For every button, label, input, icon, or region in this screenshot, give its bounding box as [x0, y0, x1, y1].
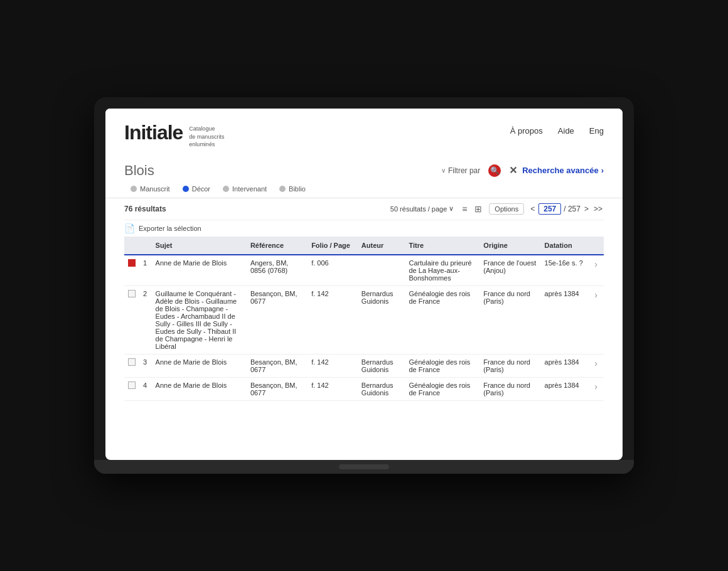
- cell-checkbox: [124, 377, 139, 400]
- search-button[interactable]: 🔍: [485, 161, 504, 180]
- export-selection-button[interactable]: Exporter la sélection: [139, 225, 201, 232]
- cell-arrow[interactable]: ›: [588, 286, 604, 354]
- cell-checkbox: [124, 354, 139, 377]
- clear-search-button[interactable]: ✕: [509, 164, 517, 176]
- th-num: [139, 237, 152, 255]
- nav-lang[interactable]: Eng: [589, 126, 604, 136]
- row-chevron-icon[interactable]: ›: [592, 259, 600, 269]
- cell-num: 2: [139, 286, 152, 354]
- advanced-search-link[interactable]: Recherche avancée ›: [522, 166, 604, 175]
- filter-by-label[interactable]: ∨ Filtrer par: [441, 166, 480, 175]
- results-area: 76 résultats 50 résultats / page ∨ ≡ ⊞ O…: [105, 198, 623, 401]
- table-row[interactable]: 4 Anne de Marie de Blois Besançon, BM, 0…: [124, 377, 604, 400]
- nav-aide[interactable]: Aide: [558, 126, 574, 136]
- options-button[interactable]: Options: [489, 203, 524, 215]
- filter-dot-intervenant: [223, 186, 229, 192]
- checkbox-unchecked[interactable]: [128, 382, 136, 389]
- th-datation: Datation: [541, 237, 589, 255]
- view-icons: ≡ ⊞: [459, 203, 484, 215]
- filter-chevron-icon: ∨: [441, 167, 446, 174]
- row-chevron-icon[interactable]: ›: [592, 382, 600, 392]
- table-row[interactable]: 3 Anne de Marie de Blois Besançon, BM, 0…: [124, 354, 604, 377]
- cell-titre: Généalogie des rois de France: [405, 377, 479, 400]
- pagination: < / 257 > >>: [529, 203, 604, 215]
- cell-auteur: [358, 255, 405, 286]
- list-view-icon[interactable]: ≡: [459, 203, 470, 215]
- cell-sujet: Anne de Marie de Blois: [152, 255, 247, 286]
- logo-subtitle: Catalogue de manuscrits enluminés: [189, 121, 224, 149]
- page-separator: / 257: [564, 205, 581, 213]
- filter-tab-manuscrit[interactable]: Manuscrit: [131, 185, 170, 193]
- table-row[interactable]: 2 Guillaume le Conquérant - Adèle de Blo…: [124, 286, 604, 354]
- search-icon: 🔍: [488, 164, 501, 177]
- cell-reference: Besançon, BM, 0677: [247, 354, 308, 377]
- logo-text: Initiale: [124, 121, 183, 144]
- th-arrow: [588, 237, 604, 255]
- nav-links: À propos Aide Eng: [510, 121, 604, 136]
- row-chevron-icon[interactable]: ›: [592, 358, 600, 368]
- th-folio: Folio / Page: [308, 237, 358, 255]
- search-area: Blois ∨ Filtrer par 🔍 ✕ Recherche avancé…: [105, 155, 623, 198]
- cell-checkbox: [124, 255, 139, 286]
- cell-arrow[interactable]: ›: [588, 255, 604, 286]
- cell-datation: après 1384: [541, 377, 589, 400]
- toolbar-right: 50 résultats / page ∨ ≡ ⊞ Options < / 25…: [390, 203, 604, 215]
- search-title: Blois: [124, 163, 154, 179]
- laptop-base: [94, 460, 634, 474]
- cell-datation: après 1384: [541, 354, 589, 377]
- cell-titre: Généalogie des rois de France: [405, 286, 479, 354]
- table-row[interactable]: 1 Anne de Marie de Blois Angers, BM, 085…: [124, 255, 604, 286]
- cell-auteur: Bernardus Guidonis: [358, 354, 405, 377]
- th-checkbox: [124, 237, 139, 255]
- filter-tab-intervenant[interactable]: Intervenant: [223, 185, 267, 193]
- cell-folio: f. 142: [308, 354, 358, 377]
- cell-reference: Besançon, BM, 0677: [247, 286, 308, 354]
- results-toolbar: 76 résultats 50 résultats / page ∨ ≡ ⊞ O…: [124, 198, 604, 220]
- first-page-button[interactable]: <: [529, 205, 536, 213]
- cell-sujet: Anne de Marie de Blois: [152, 377, 247, 400]
- filter-tab-decor[interactable]: Décor: [183, 185, 210, 193]
- filter-tab-biblio[interactable]: Biblio: [279, 185, 306, 193]
- laptop-frame: Initiale Catalogue de manuscrits enlumin…: [94, 97, 634, 474]
- nav-apropos[interactable]: À propos: [510, 126, 543, 136]
- cell-auteur: Bernardus Guidonis: [358, 377, 405, 400]
- page-input[interactable]: [538, 203, 561, 215]
- cell-arrow[interactable]: ›: [588, 354, 604, 377]
- checkbox-unchecked[interactable]: [128, 290, 136, 297]
- cell-origine: France du nord (Paris): [479, 286, 540, 354]
- filter-dot-biblio: [279, 186, 286, 192]
- laptop-screen: Initiale Catalogue de manuscrits enlumin…: [105, 109, 623, 460]
- cell-origine: France du nord (Paris): [479, 354, 540, 377]
- results-count: 76 résultats: [124, 205, 166, 213]
- filter-dot-decor: [183, 186, 189, 192]
- grid-view-icon[interactable]: ⊞: [473, 203, 484, 215]
- cell-arrow[interactable]: ›: [588, 377, 604, 400]
- export-pdf-icon: 📄: [124, 223, 135, 233]
- per-page-chevron-icon: ∨: [449, 205, 454, 213]
- th-sujet: Sujet: [152, 237, 247, 255]
- cell-datation: après 1384: [541, 286, 589, 354]
- checkbox-unchecked[interactable]: [128, 358, 136, 366]
- last-page-button[interactable]: >>: [592, 205, 604, 213]
- logo-area: Initiale Catalogue de manuscrits enlumin…: [124, 121, 224, 149]
- cell-sujet: Anne de Marie de Blois: [152, 354, 247, 377]
- cell-sujet: Guillaume le Conquérant - Adèle de Blois…: [152, 286, 247, 354]
- cell-num: 4: [139, 377, 152, 400]
- th-origine: Origine: [479, 237, 540, 255]
- row-chevron-icon[interactable]: ›: [592, 290, 600, 300]
- next-page-button[interactable]: >: [583, 205, 590, 213]
- header: Initiale Catalogue de manuscrits enlumin…: [105, 109, 623, 155]
- filter-tabs: Manuscrit Décor Intervenant Biblio: [124, 185, 604, 198]
- cell-reference: Angers, BM, 0856 (0768): [247, 255, 308, 286]
- laptop-notch: [339, 464, 389, 469]
- checkbox-checked-red[interactable]: [128, 259, 136, 267]
- advanced-search-chevron-icon: ›: [601, 166, 604, 175]
- cell-folio: f. 142: [308, 377, 358, 400]
- cell-reference: Besançon, BM, 0677: [247, 377, 308, 400]
- cell-folio: f. 006: [308, 255, 358, 286]
- cell-folio: f. 142: [308, 286, 358, 354]
- cell-origine: France de l'ouest (Anjou): [479, 255, 540, 286]
- export-bar: 📄 Exporter la sélection: [124, 220, 604, 237]
- filter-dot-manuscrit: [131, 186, 137, 192]
- per-page-selector[interactable]: 50 résultats / page ∨: [390, 205, 454, 213]
